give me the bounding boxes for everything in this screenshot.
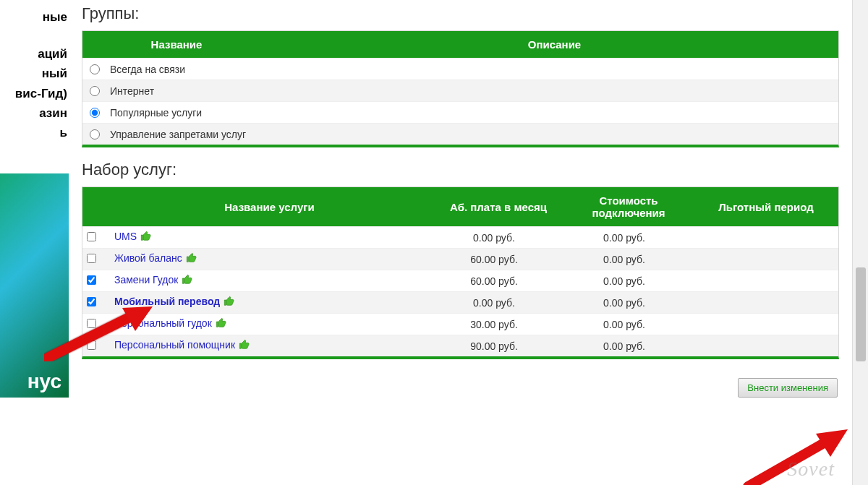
sidebar-link[interactable]: азин bbox=[0, 103, 69, 123]
scrollbar-thumb[interactable] bbox=[856, 267, 866, 361]
service-link[interactable]: Персональный гудок bbox=[114, 317, 212, 329]
groups-header-desc: Описание bbox=[271, 31, 838, 58]
scrollbar-track[interactable] bbox=[852, 0, 868, 485]
thumbs-up-icon bbox=[238, 339, 251, 353]
sidebar-link[interactable]: вис-Гид) bbox=[0, 84, 69, 103]
service-fee: 0.00 руб. bbox=[429, 232, 559, 244]
group-label: Интернет bbox=[110, 85, 154, 97]
submit-area: Внести изменения bbox=[82, 372, 839, 398]
group-label: Популярные услуги bbox=[110, 107, 202, 119]
service-fee: 60.00 руб. bbox=[429, 275, 559, 287]
svg-marker-1 bbox=[816, 429, 848, 457]
service-cost: 0.00 руб. bbox=[559, 319, 689, 330]
service-row: Персональный помощник90.00 руб.0.00 руб. bbox=[82, 335, 838, 356]
services-panel: Название услуги Аб. плата в месяц Стоимо… bbox=[82, 186, 839, 359]
service-checkbox[interactable] bbox=[87, 297, 96, 306]
watermark-text: Sovet bbox=[787, 458, 835, 481]
service-cost: 0.00 руб. bbox=[559, 254, 689, 265]
service-fee: 30.00 руб. bbox=[429, 319, 559, 330]
group-row[interactable]: Популярные услуги bbox=[82, 101, 838, 123]
group-row[interactable]: Всегда на связи bbox=[82, 58, 838, 80]
group-row[interactable]: Интернет bbox=[82, 80, 838, 101]
service-row: Персональный гудок30.00 руб.0.00 руб. bbox=[82, 313, 838, 335]
sidebar: ные аций ный вис-Гид) азин ь нус bbox=[0, 0, 69, 485]
service-checkbox[interactable] bbox=[87, 254, 96, 263]
service-checkbox[interactable] bbox=[87, 319, 96, 328]
sidebar-link[interactable]: ный bbox=[0, 64, 69, 83]
sidebar-nav: ные аций ный вис-Гид) азин ь bbox=[0, 0, 69, 142]
service-cost: 0.00 руб. bbox=[559, 297, 689, 309]
service-link[interactable]: Персональный помощник bbox=[114, 339, 235, 351]
service-checkbox[interactable] bbox=[87, 340, 96, 350]
services-header-cost: Стоимость подключения bbox=[563, 187, 694, 226]
services-header-name: Название услуги bbox=[107, 194, 433, 220]
sidebar-link[interactable]: ь bbox=[0, 123, 69, 142]
service-link[interactable]: Мобильный перевод bbox=[114, 296, 220, 307]
services-header-row: Название услуги Аб. плата в месяц Стоимо… bbox=[82, 187, 838, 226]
service-fee: 90.00 руб. bbox=[429, 340, 559, 352]
group-radio[interactable] bbox=[90, 64, 100, 74]
service-link[interactable]: UMS bbox=[114, 231, 137, 242]
thumbs-up-icon bbox=[185, 252, 198, 266]
service-cost: 0.00 руб. bbox=[559, 275, 689, 287]
group-radio[interactable] bbox=[90, 86, 100, 96]
service-row: Мобильный перевод0.00 руб.0.00 руб. bbox=[82, 291, 838, 313]
service-fee: 60.00 руб. bbox=[429, 254, 559, 265]
service-checkbox[interactable] bbox=[87, 232, 96, 241]
sidebar-link[interactable]: ные bbox=[0, 7, 69, 27]
arrow-annotation-icon bbox=[741, 425, 856, 485]
thumbs-up-icon bbox=[223, 296, 236, 309]
service-row: Замени Гудок60.00 руб.0.00 руб. bbox=[82, 270, 838, 291]
groups-header-name: Название bbox=[82, 31, 271, 58]
service-fee: 0.00 руб. bbox=[429, 297, 559, 309]
banner-text: нус bbox=[20, 366, 69, 398]
services-body: UMS0.00 руб.0.00 руб.Живой баланс60.00 р… bbox=[82, 226, 838, 356]
sidebar-banner: нус bbox=[0, 173, 69, 398]
service-cost: 0.00 руб. bbox=[559, 340, 689, 352]
thumbs-up-icon bbox=[215, 317, 228, 331]
service-link[interactable]: Замени Гудок bbox=[114, 274, 178, 286]
thumbs-up-icon bbox=[181, 274, 194, 288]
group-radio[interactable] bbox=[90, 108, 100, 118]
service-row: Живой баланс60.00 руб.0.00 руб. bbox=[82, 248, 838, 270]
main-content: Группы: Название Описание Всегда на связ… bbox=[69, 0, 852, 485]
submit-button[interactable]: Внести изменения bbox=[738, 378, 838, 398]
service-checkbox[interactable] bbox=[87, 275, 96, 285]
services-header-fee: Аб. плата в месяц bbox=[433, 194, 563, 220]
service-cost: 0.00 руб. bbox=[559, 232, 689, 244]
services-header-grace: Льготный период bbox=[694, 194, 838, 220]
group-label: Всегда на связи bbox=[110, 64, 185, 75]
service-row: UMS0.00 руб.0.00 руб. bbox=[82, 226, 838, 248]
group-row[interactable]: Управление запретами услуг bbox=[82, 123, 838, 145]
group-radio[interactable] bbox=[90, 129, 100, 140]
groups-panel: Название Описание Всегда на связиИнтерне… bbox=[82, 30, 839, 147]
groups-body: Всегда на связиИнтернетПопулярные услуги… bbox=[82, 58, 838, 145]
group-label: Управление запретами услуг bbox=[110, 129, 246, 140]
groups-heading: Группы: bbox=[82, 4, 839, 23]
thumbs-up-icon bbox=[140, 231, 153, 244]
services-heading: Набор услуг: bbox=[82, 160, 839, 179]
groups-header-row: Название Описание bbox=[82, 31, 838, 58]
service-link[interactable]: Живой баланс bbox=[114, 252, 182, 264]
services-header-check bbox=[82, 199, 107, 214]
sidebar-link[interactable]: аций bbox=[0, 44, 69, 64]
